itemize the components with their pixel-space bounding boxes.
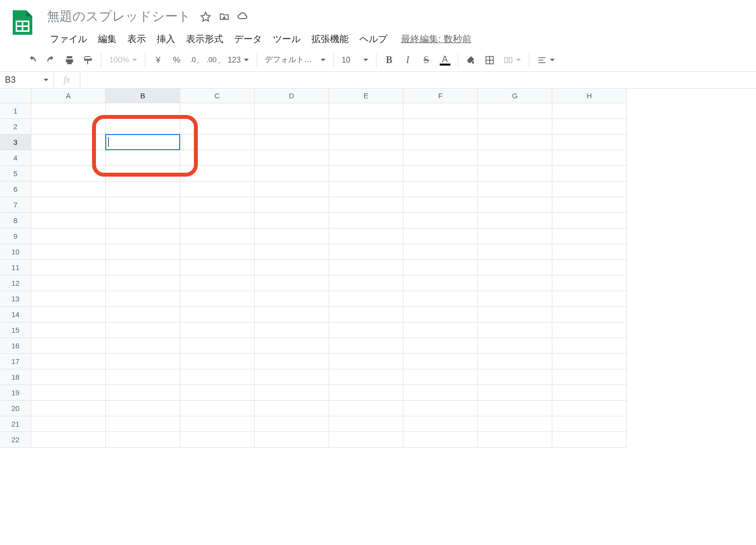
cell[interactable] [255, 197, 329, 213]
column-header[interactable]: H [552, 89, 627, 103]
column-header[interactable]: A [31, 89, 106, 103]
cell[interactable] [478, 385, 552, 401]
cell[interactable] [552, 150, 627, 166]
cell[interactable] [552, 213, 627, 228]
text-color-button[interactable]: A [436, 51, 454, 69]
row-header[interactable]: 11 [0, 260, 31, 275]
column-header[interactable]: E [329, 89, 403, 103]
cell[interactable] [255, 182, 329, 197]
cell[interactable] [106, 135, 180, 150]
cell[interactable] [329, 432, 403, 448]
cell[interactable] [106, 228, 180, 244]
bold-button[interactable]: B [380, 51, 398, 69]
cell[interactable] [180, 119, 255, 135]
cell[interactable] [106, 275, 180, 291]
cell[interactable] [180, 166, 255, 182]
cell[interactable] [255, 213, 329, 228]
cell[interactable] [255, 275, 329, 291]
cell[interactable] [106, 119, 180, 135]
font-dropdown[interactable]: デフォルト… [261, 51, 330, 69]
row-header[interactable]: 4 [0, 150, 31, 166]
cell[interactable] [552, 197, 627, 213]
cell[interactable] [106, 182, 180, 197]
cell[interactable] [478, 338, 552, 354]
cell[interactable] [329, 275, 403, 291]
cell[interactable] [552, 307, 627, 322]
cell[interactable] [403, 182, 478, 197]
cell[interactable] [106, 401, 180, 416]
decrease-decimal-button[interactable]: .0← [187, 51, 204, 69]
currency-button[interactable]: ¥ [149, 51, 167, 69]
menu-view[interactable]: 表示 [122, 30, 151, 48]
star-icon[interactable] [200, 11, 212, 23]
cell[interactable] [329, 385, 403, 401]
cell[interactable] [31, 244, 106, 260]
cell[interactable] [106, 322, 180, 338]
cell[interactable] [180, 338, 255, 354]
column-header[interactable]: G [478, 89, 552, 103]
redo-button[interactable] [42, 51, 60, 69]
cell[interactable] [255, 103, 329, 119]
cell[interactable] [403, 135, 478, 150]
cell[interactable] [329, 307, 403, 322]
cell[interactable] [478, 150, 552, 166]
cell[interactable] [403, 103, 478, 119]
cell[interactable] [478, 401, 552, 416]
cell[interactable] [31, 166, 106, 182]
cell[interactable] [31, 103, 106, 119]
row-header[interactable]: 12 [0, 275, 31, 291]
cell[interactable] [106, 338, 180, 354]
column-header[interactable]: D [255, 89, 329, 103]
cell[interactable] [403, 322, 478, 338]
cell[interactable] [552, 260, 627, 275]
cell[interactable] [180, 354, 255, 369]
cell[interactable] [478, 260, 552, 275]
cell[interactable] [552, 401, 627, 416]
cell[interactable] [180, 275, 255, 291]
cell[interactable] [106, 432, 180, 448]
undo-button[interactable] [24, 51, 41, 69]
cell[interactable] [31, 228, 106, 244]
cell[interactable] [106, 291, 180, 307]
cell[interactable] [106, 166, 180, 182]
cell[interactable] [552, 182, 627, 197]
cell[interactable] [180, 401, 255, 416]
cell[interactable] [31, 322, 106, 338]
cell[interactable] [403, 401, 478, 416]
cell[interactable] [552, 291, 627, 307]
cell[interactable] [552, 244, 627, 260]
cell[interactable] [329, 135, 403, 150]
cell[interactable] [329, 354, 403, 369]
menu-tools[interactable]: ツール [268, 30, 306, 48]
more-formats-dropdown[interactable]: 123 [224, 51, 253, 69]
cell[interactable] [31, 307, 106, 322]
last-edit[interactable]: 最終編集: 数秒前 [401, 33, 472, 45]
cell[interactable] [403, 369, 478, 385]
cell[interactable] [106, 369, 180, 385]
cell[interactable] [478, 369, 552, 385]
row-header[interactable]: 2 [0, 119, 31, 135]
cell[interactable] [255, 416, 329, 432]
cell[interactable] [255, 401, 329, 416]
spreadsheet-grid[interactable]: ABCDEFGH12345678910111213141516171819202… [0, 89, 756, 448]
cell[interactable] [31, 260, 106, 275]
italic-button[interactable]: I [399, 51, 417, 69]
cell[interactable] [329, 322, 403, 338]
cell[interactable] [403, 385, 478, 401]
cell[interactable] [31, 275, 106, 291]
row-header[interactable]: 16 [0, 338, 31, 354]
cell[interactable] [255, 307, 329, 322]
sheets-logo[interactable] [8, 8, 37, 37]
cell[interactable] [106, 197, 180, 213]
select-all-corner[interactable] [0, 89, 31, 103]
cell[interactable] [403, 244, 478, 260]
menu-data[interactable]: データ [229, 30, 267, 48]
cell[interactable] [478, 228, 552, 244]
cell[interactable] [180, 103, 255, 119]
cell[interactable] [106, 213, 180, 228]
cell[interactable] [478, 135, 552, 150]
strikethrough-button[interactable]: S [418, 51, 435, 69]
cell[interactable] [478, 213, 552, 228]
cell[interactable] [478, 354, 552, 369]
cell[interactable] [403, 307, 478, 322]
